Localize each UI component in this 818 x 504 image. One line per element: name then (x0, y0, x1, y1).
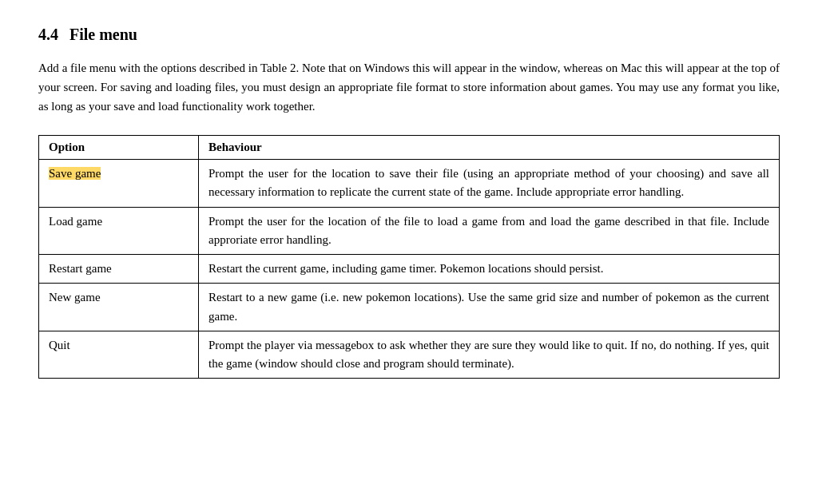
option-cell: Load game (39, 207, 199, 255)
table-row: QuitPrompt the player via messagebox to … (39, 331, 780, 379)
table-row: New gameRestart to a new game (i.e. new … (39, 284, 780, 331)
intro-paragraph: Add a file menu with the options describ… (38, 58, 780, 116)
behaviour-cell: Prompt the user for the location of the … (199, 207, 780, 255)
table-row: Load gamePrompt the user for the locatio… (39, 207, 780, 255)
option-cell: Save game (39, 160, 199, 208)
col-header-option: Option (39, 136, 199, 160)
col-header-behaviour: Behaviour (199, 136, 780, 160)
behaviour-cell: Restart to a new game (i.e. new pokemon … (199, 284, 780, 331)
option-cell: Restart game (39, 255, 199, 284)
options-table: Option Behaviour Save gamePrompt the use… (38, 135, 780, 379)
table-row: Save gamePrompt the user for the locatio… (39, 160, 780, 208)
section-title: File menu (69, 26, 137, 44)
behaviour-cell: Prompt the user for the location to save… (199, 160, 780, 208)
section-number: 4.4 (38, 26, 58, 44)
option-cell: New game (39, 284, 199, 331)
option-cell: Quit (39, 331, 199, 379)
table-row: Restart gameRestart the current game, in… (39, 255, 780, 284)
behaviour-cell: Prompt the player via messagebox to ask … (199, 331, 780, 379)
behaviour-cell: Restart the current game, including game… (199, 255, 780, 284)
